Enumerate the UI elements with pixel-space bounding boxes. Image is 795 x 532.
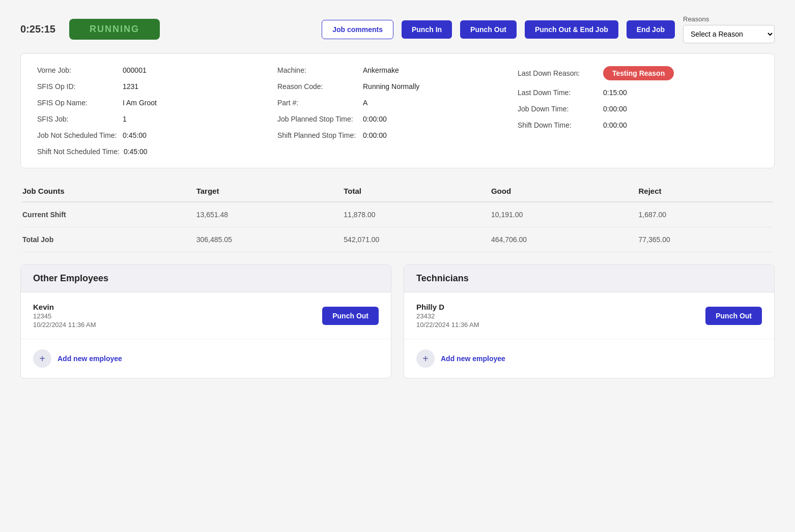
- reason-code-label: Reason Code:: [277, 82, 359, 91]
- total-job-good: 464,706.00: [491, 227, 639, 252]
- shift-down-time-label: Shift Down Time:: [518, 121, 599, 129]
- vorne-job-value: 000001: [123, 66, 147, 74]
- reasons-select[interactable]: Select a Reason Testing Reason: [683, 25, 775, 43]
- sfis-job-label: SFIS Job:: [37, 115, 119, 123]
- technician-row: Philly D 23432 10/22/2024 11:36 AM Punch…: [404, 292, 774, 339]
- part-value: A: [363, 99, 367, 107]
- technician-id: 23432: [416, 312, 479, 320]
- table-row: Total Job 306,485.05 542,071.00 464,706.…: [22, 227, 773, 252]
- col-header-total: Total: [344, 181, 491, 202]
- table-row: Current Shift 13,651.48 11,878.00 10,191…: [22, 202, 773, 227]
- total-job-target: 306,485.05: [196, 227, 344, 252]
- technician-info: Philly D 23432 10/22/2024 11:36 AM: [416, 303, 479, 329]
- sfis-op-id-value: 1231: [123, 82, 138, 91]
- sfis-op-id-row: SFIS Op ID: 1231: [37, 82, 277, 91]
- bottom-panels: Other Employees Kevin 12345 10/22/2024 1…: [20, 264, 775, 378]
- total-job-label: Total Job: [22, 227, 196, 252]
- last-down-reason-label: Last Down Reason:: [518, 69, 599, 77]
- job-not-scheduled-row: Job Not Scheduled Time: 0:45:00: [37, 131, 277, 139]
- shift-not-scheduled-label: Shift Not Scheduled Time:: [37, 147, 120, 156]
- job-down-time-row: Job Down Time: 0:00:00: [518, 105, 758, 113]
- col-header-target: Target: [196, 181, 344, 202]
- sfis-op-id-label: SFIS Op ID:: [37, 82, 119, 91]
- total-job-reject: 77,365.00: [639, 227, 773, 252]
- last-down-time-label: Last Down Time:: [518, 88, 599, 97]
- current-shift-target: 13,651.48: [196, 202, 344, 227]
- sfis-job-row: SFIS Job: 1: [37, 115, 277, 123]
- info-col-1: Vorne Job: 000001 SFIS Op ID: 1231 SFIS …: [37, 66, 277, 156]
- reasons-section: Reasons Select a Reason Testing Reason: [683, 15, 775, 43]
- shift-planned-stop-value: 0:00:00: [363, 131, 387, 139]
- technicians-title: Technicians: [416, 273, 469, 283]
- last-down-reason-badge: Testing Reason: [603, 66, 674, 80]
- end-job-button[interactable]: End Job: [627, 20, 675, 39]
- punch-out-end-job-button[interactable]: Punch Out & End Job: [525, 20, 618, 39]
- col-header-reject: Reject: [639, 181, 773, 202]
- shift-planned-stop-row: Shift Planned Stop Time: 0:00:00: [277, 131, 518, 139]
- shift-not-scheduled-value: 0:45:00: [124, 147, 148, 156]
- vorne-job-row: Vorne Job: 000001: [37, 66, 277, 74]
- job-not-scheduled-label: Job Not Scheduled Time:: [37, 131, 119, 139]
- add-technician-row[interactable]: + Add new employee: [404, 339, 774, 378]
- vorne-job-label: Vorne Job:: [37, 66, 119, 74]
- employee-info: Kevin 12345 10/22/2024 11:36 AM: [33, 303, 96, 329]
- reason-code-value: Running Normally: [363, 82, 419, 91]
- sfis-job-value: 1: [123, 115, 127, 123]
- machine-value: Ankermake: [363, 66, 399, 74]
- job-counts-section: Job Counts Target Total Good Reject Curr…: [20, 181, 775, 252]
- counts-table: Job Counts Target Total Good Reject Curr…: [22, 181, 773, 252]
- technician-punch-out-button[interactable]: Punch Out: [705, 307, 762, 325]
- reason-code-row: Reason Code: Running Normally: [277, 82, 518, 91]
- reasons-label: Reasons: [683, 15, 709, 23]
- technicians-header: Technicians: [404, 265, 774, 292]
- total-job-total: 542,071.00: [344, 227, 491, 252]
- other-employees-header: Other Employees: [21, 265, 391, 292]
- employee-id: 12345: [33, 312, 96, 320]
- technicians-body: Philly D 23432 10/22/2024 11:36 AM Punch…: [404, 292, 774, 378]
- last-down-time-value: 0:15:00: [603, 88, 627, 97]
- add-employee-icon: +: [33, 349, 51, 368]
- job-not-scheduled-value: 0:45:00: [123, 131, 147, 139]
- job-planned-stop-row: Job Planned Stop Time: 0:00:00: [277, 115, 518, 123]
- info-grid: Vorne Job: 000001 SFIS Op ID: 1231 SFIS …: [37, 66, 758, 156]
- add-employee-row[interactable]: + Add new employee: [21, 339, 391, 378]
- employee-row: Kevin 12345 10/22/2024 11:36 AM Punch Ou…: [21, 292, 391, 339]
- info-col-3: Last Down Reason: Testing Reason Last Do…: [518, 66, 758, 156]
- timer-display: 0:25:15: [20, 23, 61, 35]
- add-technician-icon: +: [416, 349, 435, 368]
- punch-out-button[interactable]: Punch Out: [460, 20, 517, 39]
- info-col-2: Machine: Ankermake Reason Code: Running …: [277, 66, 518, 156]
- current-shift-label: Current Shift: [22, 202, 196, 227]
- add-employee-label: Add new employee: [58, 354, 122, 363]
- add-technician-label: Add new employee: [441, 354, 505, 363]
- other-employees-body: Kevin 12345 10/22/2024 11:36 AM Punch Ou…: [21, 292, 391, 378]
- technician-date: 10/22/2024 11:36 AM: [416, 321, 479, 329]
- other-employees-panel: Other Employees Kevin 12345 10/22/2024 1…: [20, 264, 391, 378]
- job-planned-stop-label: Job Planned Stop Time:: [277, 115, 359, 123]
- current-shift-total: 11,878.00: [344, 202, 491, 227]
- last-down-reason-row: Last Down Reason: Testing Reason: [518, 66, 758, 80]
- running-badge: RUNNING: [69, 19, 160, 40]
- current-shift-reject: 1,687.00: [639, 202, 773, 227]
- other-employees-title: Other Employees: [33, 273, 108, 283]
- col-header-good: Good: [491, 181, 639, 202]
- part-label: Part #:: [277, 99, 359, 107]
- employee-name: Kevin: [33, 303, 96, 311]
- technicians-panel: Technicians Philly D 23432 10/22/2024 11…: [404, 264, 775, 378]
- job-down-time-value: 0:00:00: [603, 105, 627, 113]
- shift-not-scheduled-row: Shift Not Scheduled Time: 0:45:00: [37, 147, 277, 156]
- sfis-op-name-label: SFIS Op Name:: [37, 99, 119, 107]
- punch-in-button[interactable]: Punch In: [402, 20, 452, 39]
- sfis-op-name-value: I Am Groot: [123, 99, 157, 107]
- shift-down-time-row: Shift Down Time: 0:00:00: [518, 121, 758, 129]
- job-comments-button[interactable]: Job comments: [322, 20, 393, 39]
- shift-planned-stop-label: Shift Planned Stop Time:: [277, 131, 359, 139]
- part-row: Part #: A: [277, 99, 518, 107]
- last-down-time-row: Last Down Time: 0:15:00: [518, 88, 758, 97]
- col-header-job-counts: Job Counts: [22, 181, 196, 202]
- technician-name: Philly D: [416, 303, 479, 311]
- job-down-time-label: Job Down Time:: [518, 105, 599, 113]
- employee-punch-out-button[interactable]: Punch Out: [322, 307, 379, 325]
- sfis-op-name-row: SFIS Op Name: I Am Groot: [37, 99, 277, 107]
- header-bar: 0:25:15 RUNNING Job comments Punch In Pu…: [20, 10, 775, 53]
